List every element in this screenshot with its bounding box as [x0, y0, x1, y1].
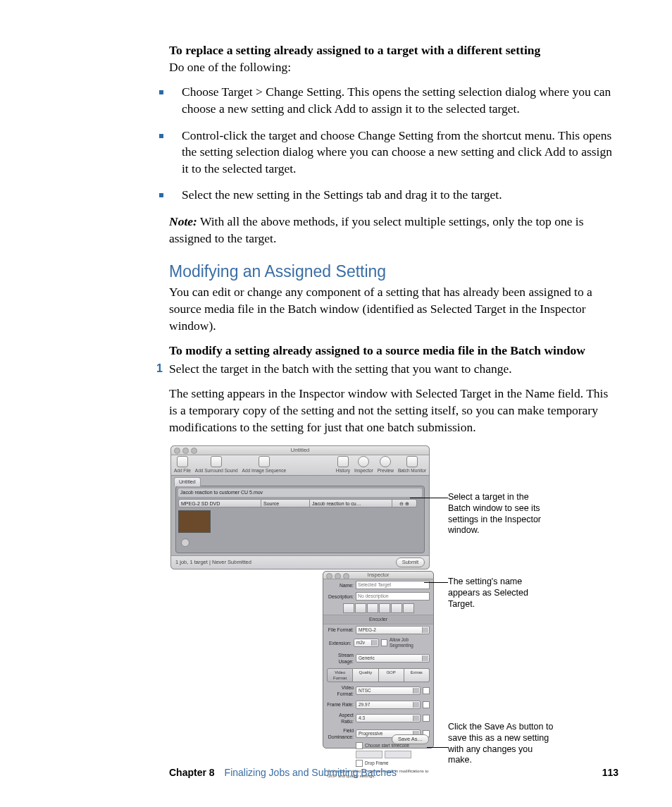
traffic-lights[interactable]	[326, 573, 349, 579]
inspector-icon	[358, 456, 369, 467]
inspector-tabs-icons[interactable]	[323, 603, 433, 613]
batch-window: Untitled Add File Add Surround Sound Add…	[170, 445, 430, 569]
thumbnail	[178, 510, 211, 533]
surround-icon	[211, 456, 222, 467]
tab-extras[interactable]: Extras	[404, 668, 430, 682]
page: To replace a setting already assigned to…	[0, 0, 672, 807]
callout-select-target: Select a target in the Batch window to s…	[448, 492, 554, 536]
file-icon	[177, 456, 188, 467]
name-label: Name:	[327, 582, 354, 589]
history-icon	[337, 456, 349, 467]
section-para: You can edit or change any component of …	[169, 284, 618, 334]
leader-line	[427, 747, 448, 748]
aspect-dropdown[interactable]: 4:3	[356, 714, 421, 722]
fileformat-label: File Format:	[327, 627, 354, 633]
batch-titlebar: Untitled	[171, 446, 429, 455]
lock-icon[interactable]	[423, 687, 430, 694]
batch-monitor-button[interactable]: Batch Monitor	[398, 456, 426, 474]
bullet-item: Select the new setting in the Settings t…	[169, 187, 618, 204]
submit-button[interactable]: Submit	[396, 557, 425, 567]
scrubber[interactable]	[178, 537, 422, 541]
image-seq-icon	[259, 456, 270, 467]
target-setting-cell: MPEG-2 SD DVD	[178, 499, 261, 507]
inspector-window: Inspector Name: Selected Target Descript…	[323, 571, 434, 749]
intro: To replace a setting already assigned to…	[169, 42, 618, 75]
preview-icon	[380, 456, 391, 467]
page-footer: Chapter 8 Finalizing Jobs and Submitting…	[169, 766, 618, 780]
inspector-title: Inspector	[368, 572, 390, 578]
tab-quality[interactable]: Quality	[353, 668, 378, 682]
batch-title: Untitled	[290, 447, 309, 453]
allow-seg-label: Allow Job Segmenting	[390, 637, 430, 649]
batch-body: Jacob reaction to customer CU 5.mov MPEG…	[175, 486, 425, 553]
lock-icon[interactable]	[423, 701, 430, 708]
target-row[interactable]: MPEG-2 SD DVD Source Jacob reaction to c…	[178, 499, 422, 507]
note-text: With all the above methods, if you selec…	[169, 214, 584, 245]
name-field[interactable]: Selected Target	[356, 581, 430, 589]
history-button[interactable]: History	[336, 456, 350, 474]
tab-video-format[interactable]: Video Format	[327, 668, 353, 682]
step-text: Select the target in the batch with the …	[169, 361, 618, 378]
bullet-item: Choose Target > Change Setting. This ope…	[169, 84, 618, 117]
leader-line	[410, 498, 448, 498]
target-output-cell: Jacob reaction to cu…	[310, 499, 392, 507]
batch-tab[interactable]: Untitled	[174, 477, 201, 486]
fileformat-dropdown[interactable]: MPEG-2	[356, 626, 430, 634]
inspector-titlebar: Inspector	[323, 572, 433, 579]
page-number: 113	[602, 766, 618, 780]
bullet-item: Control-click the target and choose Chan…	[169, 128, 618, 178]
preview-button[interactable]: Preview	[378, 456, 394, 474]
task-heading: To modify a setting already assigned to …	[169, 343, 618, 359]
callout-save-as: Click the Save As button to save this as…	[448, 722, 554, 766]
traffic-lights[interactable]	[174, 448, 197, 454]
tab-gop[interactable]: GOP	[379, 668, 404, 682]
figure: Untitled Add File Add Surround Sound Add…	[169, 445, 618, 763]
description-field[interactable]: No description	[356, 592, 430, 600]
videoformat-label: Video Format:	[327, 684, 354, 697]
streamusage-label: Stream Usage:	[327, 652, 354, 665]
encoder-tabs[interactable]: Video Format Quality GOP Extras	[327, 668, 430, 682]
batch-toolbar: Add File Add Surround Sound Add Image Se…	[171, 455, 429, 476]
note: Note: With all the above methods, if you…	[169, 214, 618, 247]
extension-dropdown[interactable]: m2v	[354, 639, 379, 647]
choose-start-checkbox[interactable]	[356, 742, 363, 749]
target-dest-cell: Source	[261, 499, 310, 507]
framerate-dropdown[interactable]: 29.97	[356, 701, 421, 709]
status-text: 1 job, 1 target | Never Submitted	[175, 559, 251, 566]
add-file-button[interactable]: Add File	[174, 456, 191, 474]
monitor-icon	[406, 456, 418, 467]
allow-seg-checkbox[interactable]	[381, 639, 387, 646]
description-label: Description:	[327, 593, 354, 600]
timecode-fields[interactable]	[323, 750, 433, 759]
inspector-button[interactable]: Inspector	[354, 456, 373, 474]
add-surround-button[interactable]: Add Surround Sound	[195, 456, 238, 474]
tab-strip: Untitled	[171, 476, 429, 486]
section-heading: Modifying an Assigned Setting	[169, 261, 618, 283]
callout-selected-target: The setting's name appears as Selected T…	[448, 577, 554, 610]
job-name: Jacob reaction to customer CU 5.mov	[178, 488, 422, 496]
lock-icon[interactable]	[423, 715, 430, 722]
intro-sub: Do one of the following:	[169, 60, 291, 74]
field-label: Field Dominance:	[327, 727, 354, 740]
save-as-button[interactable]: Save As…	[392, 734, 429, 744]
chapter-label: Chapter 8	[169, 766, 215, 780]
note-label: Note:	[169, 214, 197, 228]
step-number: 1	[156, 361, 163, 376]
step-row: 1 Select the target in the batch with th…	[169, 361, 618, 378]
encoder-heading: Encoder	[323, 615, 433, 624]
target-actions-cell[interactable]: ⊖ ⊕	[392, 499, 417, 507]
leader-line	[424, 582, 448, 583]
add-image-seq-button[interactable]: Add Image Sequence	[242, 456, 287, 474]
status-strip: 1 job, 1 target | Never Submitted Submit	[171, 555, 429, 569]
intro-heading: To replace a setting already assigned to…	[169, 43, 540, 57]
aspect-label: Aspect Ratio:	[327, 712, 354, 725]
chapter-title: Finalizing Jobs and Submitting Batches	[225, 766, 397, 780]
streamusage-dropdown[interactable]: Generic	[356, 654, 430, 663]
videoformat-dropdown[interactable]: NTSC	[356, 686, 421, 695]
section-para2: The setting appears in the Inspector win…	[169, 386, 618, 436]
framerate-label: Frame Rate:	[327, 701, 354, 708]
extension-label: Extension:	[327, 640, 351, 646]
bullet-list: Choose Target > Change Setting. This ope…	[169, 84, 618, 204]
